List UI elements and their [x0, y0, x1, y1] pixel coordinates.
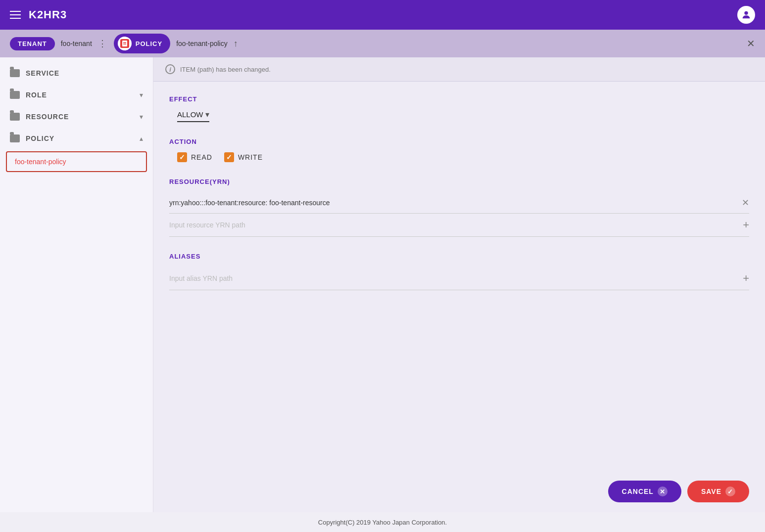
copyright-text: Copyright(C) 2019 Yahoo Japan Corporatio…: [318, 519, 447, 526]
resource-folder-icon: [10, 113, 20, 121]
resource-remove-button[interactable]: ✕: [742, 197, 749, 208]
effect-select[interactable]: ALLOW ▾: [177, 110, 209, 122]
policy-name-label: foo-tenant-policy: [176, 40, 228, 47]
policy-chevron-icon: ▴: [140, 134, 143, 142]
hamburger-icon[interactable]: [10, 11, 21, 19]
role-chevron-icon: ▾: [140, 91, 143, 99]
top-header: K2HR3: [0, 0, 765, 30]
policy-up-arrow[interactable]: ↑: [234, 39, 238, 49]
resource-add-button[interactable]: +: [743, 219, 749, 231]
cancel-label: CANCEL: [622, 488, 654, 495]
cancel-x-icon: ✕: [658, 487, 668, 496]
aliases-label: ALIASES: [169, 253, 749, 260]
action-checkboxes: ✓ READ ✓ WRITE: [177, 152, 749, 162]
alias-input-row: Input alias YRN path +: [169, 267, 749, 290]
sidebar-item-policy[interactable]: POLICY ▴: [0, 128, 153, 149]
policy-doc-icon: [120, 39, 129, 48]
policy-badge-text: POLICY: [136, 40, 162, 47]
service-folder-icon: [10, 69, 20, 77]
resource-input-placeholder: Input resource YRN path: [169, 221, 743, 229]
sidebar-subitem-foo-tenant-policy[interactable]: foo-tenant-policy: [6, 151, 147, 172]
save-button[interactable]: SAVE ✓: [687, 481, 749, 502]
effect-label: EFFECT: [169, 95, 749, 103]
sidebar: SERVICE ROLE ▾ RESOURCE ▾ POLICY ▴ foo-t…: [0, 57, 153, 512]
app-title: K2HR3: [29, 8, 67, 21]
user-avatar-icon[interactable]: [737, 6, 755, 24]
sidebar-item-role[interactable]: ROLE ▾: [0, 84, 153, 106]
policy-badge-wrapper: POLICY: [114, 34, 170, 53]
resource-input-row: Input resource YRN path +: [169, 214, 749, 237]
read-checkbox[interactable]: ✓: [177, 152, 187, 162]
tenant-badge[interactable]: TENANT: [10, 37, 55, 50]
main-content: SERVICE ROLE ▾ RESOURCE ▾ POLICY ▴ foo-t…: [0, 57, 765, 512]
save-check-icon: ✓: [725, 487, 735, 496]
resource-chevron-icon: ▾: [140, 113, 143, 121]
sidebar-policy-label: POLICY: [26, 134, 134, 142]
action-label: ACTION: [169, 138, 749, 145]
tenant-menu-dots[interactable]: ⋮: [98, 38, 108, 49]
button-row: CANCEL ✕ SAVE ✓: [153, 471, 765, 512]
tenant-name: foo-tenant: [61, 40, 92, 47]
info-bar: i ITEM (path) has been changed.: [153, 57, 765, 82]
svg-rect-1: [122, 41, 127, 46]
resource-item: yrn:yahoo:::foo-tenant:resource: foo-ten…: [169, 192, 749, 214]
policy-icon-circle: [118, 37, 132, 50]
write-checkbox[interactable]: ✓: [224, 152, 234, 162]
role-folder-icon: [10, 91, 20, 99]
footer: Copyright(C) 2019 Yahoo Japan Corporatio…: [0, 512, 765, 532]
write-checkbox-item[interactable]: ✓ WRITE: [224, 152, 263, 162]
aliases-section: ALIASES Input alias YRN path +: [169, 253, 749, 290]
resource-section: RESOURCE(YRN) yrn:yahoo:::foo-tenant:res…: [169, 178, 749, 237]
sub-header: TENANT foo-tenant ⋮ POLICY foo-tenant-po…: [0, 30, 765, 57]
cancel-button[interactable]: CANCEL ✕: [608, 481, 681, 502]
policy-folder-icon: [10, 134, 20, 142]
write-label: WRITE: [238, 153, 263, 161]
subitem-policy-label: foo-tenant-policy: [15, 158, 66, 166]
alias-add-button[interactable]: +: [743, 272, 749, 285]
info-icon: i: [165, 64, 175, 74]
subheader-close-button[interactable]: ✕: [747, 38, 755, 49]
sidebar-resource-label: RESOURCE: [26, 113, 134, 121]
header-left: K2HR3: [10, 8, 67, 21]
effect-dropdown-icon: ▾: [205, 110, 209, 119]
alias-input-placeholder: Input alias YRN path: [169, 274, 743, 282]
action-section: ACTION ✓ READ ✓ WRITE: [169, 138, 749, 162]
resource-yrn-label: RESOURCE(YRN): [169, 178, 749, 185]
sidebar-role-label: ROLE: [26, 91, 134, 99]
sidebar-service-label: SERVICE: [26, 69, 143, 77]
right-panel: i ITEM (path) has been changed. EFFECT A…: [153, 57, 765, 512]
read-checkbox-item[interactable]: ✓ READ: [177, 152, 212, 162]
info-message: ITEM (path) has been changed.: [180, 66, 271, 73]
form-area: EFFECT ALLOW ▾ ACTION ✓ READ ✓ WRITE: [153, 82, 765, 471]
sidebar-item-resource[interactable]: RESOURCE ▾: [0, 106, 153, 128]
effect-section: EFFECT ALLOW ▾: [169, 95, 749, 122]
save-label: SAVE: [701, 488, 721, 495]
effect-value: ALLOW: [177, 110, 203, 119]
resource-yrn-value: yrn:yahoo:::foo-tenant:resource: foo-ten…: [169, 199, 742, 207]
sidebar-item-service[interactable]: SERVICE: [0, 62, 153, 84]
svg-point-0: [744, 11, 748, 15]
read-label: READ: [191, 153, 212, 161]
